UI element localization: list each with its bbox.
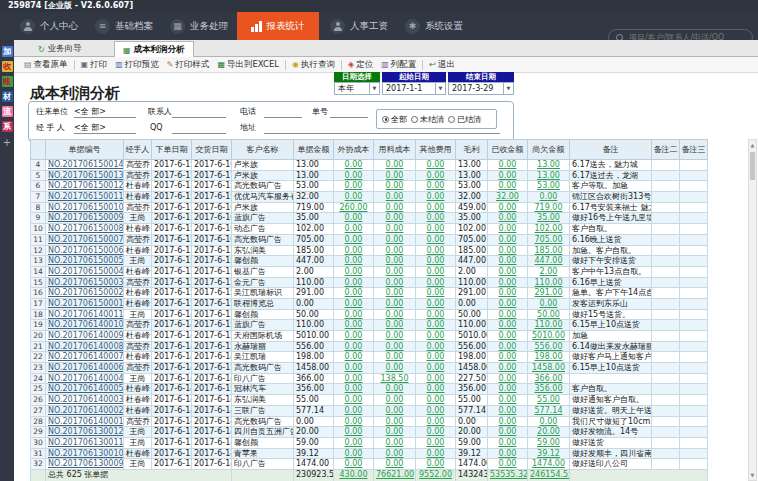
column-header-remark2[interactable]: 备注二: [652, 139, 680, 160]
cell-material-cost[interactable]: 0.00: [374, 224, 416, 235]
cell-outsource-cost[interactable]: 0.00: [334, 352, 374, 363]
cell-material-cost[interactable]: 0.00: [374, 352, 416, 363]
cell-docno[interactable]: NO.201706140009: [46, 331, 124, 342]
cell-outsource-cost[interactable]: 0.00: [334, 417, 374, 428]
cell-docno[interactable]: NO.201706140002: [46, 406, 124, 417]
cell-other-cost[interactable]: 0.00: [416, 384, 456, 395]
cell-owed[interactable]: 102.00: [528, 224, 570, 235]
cell-outsource-cost[interactable]: 0.00: [334, 374, 374, 385]
cell-outsource-cost[interactable]: 0.00: [334, 438, 374, 449]
cell-other-cost[interactable]: 0.00: [416, 374, 456, 385]
cell-outsource-cost[interactable]: 0.00: [334, 427, 374, 438]
cell-received[interactable]: 0.00: [488, 160, 528, 171]
view-original-button[interactable]: ▤ 查看原单: [20, 59, 72, 71]
table-row[interactable]: 14NO.201706150004杜春峰2017-6-152017-6-15银基…: [30, 267, 708, 278]
column-header-amount[interactable]: 单据金额: [294, 139, 334, 160]
cell-other-cost[interactable]: 0.00: [416, 459, 456, 470]
shortcut-jia[interactable]: 加: [2, 46, 13, 57]
cell-material-cost[interactable]: 0.00: [374, 384, 416, 395]
cell-outsource-cost[interactable]: 260.00: [334, 203, 374, 214]
cell-material-cost[interactable]: 0.00: [374, 310, 416, 321]
table-row[interactable]: 22NO.201706140007杜春峰2017-6-142017-6-14吴江…: [30, 352, 708, 363]
table-row[interactable]: 30NO.201706130011王尚2017-6-132017-6-14馨创颜…: [30, 438, 708, 449]
cell-other-cost[interactable]: 0.00: [416, 449, 456, 460]
cell-material-cost[interactable]: 0.00: [374, 246, 416, 257]
cell-outsource-cost[interactable]: 0.00: [334, 363, 374, 374]
cell-outsource-cost[interactable]: 0.00: [334, 384, 374, 395]
cell-received[interactable]: 0.00: [488, 331, 528, 342]
cell-docno[interactable]: NO.201706140010: [46, 320, 124, 331]
cell-docno[interactable]: NO.201706130012: [46, 427, 124, 438]
cell-owed[interactable]: 13.00: [528, 160, 570, 171]
cell-other-cost[interactable]: 0.00: [416, 331, 456, 342]
cell-material-cost[interactable]: 0.00: [374, 406, 416, 417]
cell-owed[interactable]: 577.14: [528, 406, 570, 417]
table-row[interactable]: 25NO.201706140005杜春峰2017-6-142017-6-15冠林…: [30, 384, 708, 395]
cell-material-cost[interactable]: 138.50: [374, 374, 416, 385]
column-header-delivery-date[interactable]: 交货日期: [192, 139, 232, 160]
cell-owed[interactable]: 366.00: [528, 374, 570, 385]
add-shortcut-button[interactable]: +: [0, 138, 14, 148]
cell-material-cost[interactable]: 0.00: [374, 395, 416, 406]
cell-owed[interactable]: 556.00: [528, 342, 570, 353]
cell-other-cost[interactable]: 0.00: [416, 278, 456, 289]
cell-received[interactable]: 0.00: [488, 224, 528, 235]
cell-owed[interactable]: 719.00: [528, 203, 570, 214]
contact-field[interactable]: [172, 107, 226, 118]
table-row[interactable]: 24NO.201706140004王尚2017-6-142017-6-14印八广…: [30, 374, 708, 385]
handler-field[interactable]: <全 部>: [74, 123, 136, 134]
column-header-outsource-cost[interactable]: 外协成本: [334, 139, 374, 160]
cell-other-cost[interactable]: 0.00: [416, 171, 456, 182]
date-mode-select[interactable]: 本年▼: [334, 82, 380, 95]
cell-other-cost[interactable]: 0.00: [416, 160, 456, 171]
cell-other-cost[interactable]: 0.00: [416, 320, 456, 331]
cell-received[interactable]: 0.00: [488, 417, 528, 428]
cell-docno[interactable]: NO.201706140007: [46, 352, 124, 363]
cell-received[interactable]: 0.00: [488, 352, 528, 363]
cell-material-cost[interactable]: 0.00: [374, 160, 416, 171]
nav-business-processing[interactable]: ▦ 业务处理: [170, 12, 228, 40]
cell-outsource-cost[interactable]: 0.00: [334, 246, 374, 257]
cell-received[interactable]: 0.00: [488, 299, 528, 310]
cell-other-cost[interactable]: 0.00: [416, 395, 456, 406]
column-header-docno[interactable]: 单据编号: [46, 139, 124, 160]
table-row[interactable]: 15NO.201706150003高莹乔2017-6-152017-6-15金元…: [30, 278, 708, 289]
cell-other-cost[interactable]: 0.00: [416, 246, 456, 257]
shortcut-shou[interactable]: 收: [2, 61, 13, 72]
cell-docno[interactable]: NO.201706130009: [46, 459, 124, 470]
cell-received[interactable]: 0.00: [488, 374, 528, 385]
cell-outsource-cost[interactable]: 0.00: [334, 299, 374, 310]
cell-received[interactable]: 0.00: [488, 342, 528, 353]
cell-material-cost[interactable]: 0.00: [374, 235, 416, 246]
scrollbar-thumb[interactable]: [750, 152, 755, 180]
locate-button[interactable]: ◈ 定位: [344, 59, 377, 71]
cell-owed[interactable]: 198.00: [528, 352, 570, 363]
cell-received[interactable]: 0.00: [488, 438, 528, 449]
column-header-gross-profit[interactable]: 毛利: [456, 139, 488, 160]
radio-settled[interactable]: 已结清: [448, 114, 481, 125]
table-row[interactable]: 28NO.201706140001高莹乔2017-6-142017-6-14高光…: [30, 417, 708, 428]
column-header-order-date[interactable]: 下单日期: [152, 139, 192, 160]
table-row[interactable]: 12NO.201706150006杜春峰2017-6-152017-6-15东弘…: [30, 246, 708, 257]
start-date-select[interactable]: 2017-1-1▼: [382, 82, 446, 95]
cell-material-cost[interactable]: 0.00: [374, 449, 416, 460]
cell-owed[interactable]: 356.00: [528, 384, 570, 395]
shortcut-cai[interactable]: 材: [2, 91, 13, 102]
table-row[interactable]: 16NO.201706150002杜春峰2017-6-152017-6-15吴江…: [30, 288, 708, 299]
nav-personal-center[interactable]: 个人中心: [20, 12, 78, 40]
cell-received[interactable]: 0.00: [488, 235, 528, 246]
cell-docno[interactable]: NO.201706150008: [46, 224, 124, 235]
cell-other-cost[interactable]: 0.00: [416, 235, 456, 246]
cell-received[interactable]: 0.00: [488, 427, 528, 438]
cell-other-cost[interactable]: 0.00: [416, 363, 456, 374]
cell-received[interactable]: 0.00: [488, 256, 528, 267]
column-header-handler[interactable]: 经手人: [124, 139, 152, 160]
cell-material-cost[interactable]: 0.00: [374, 438, 416, 449]
cell-owed[interactable]: 705.00: [528, 235, 570, 246]
cell-owed[interactable]: 1458.00: [528, 363, 570, 374]
cell-docno[interactable]: NO.201706150006: [46, 246, 124, 257]
cell-received[interactable]: 0.00: [488, 171, 528, 182]
cell-outsource-cost[interactable]: 0.00: [334, 267, 374, 278]
cell-received[interactable]: 0.00: [488, 310, 528, 321]
shortcut-zhang[interactable]: 账: [2, 76, 13, 87]
